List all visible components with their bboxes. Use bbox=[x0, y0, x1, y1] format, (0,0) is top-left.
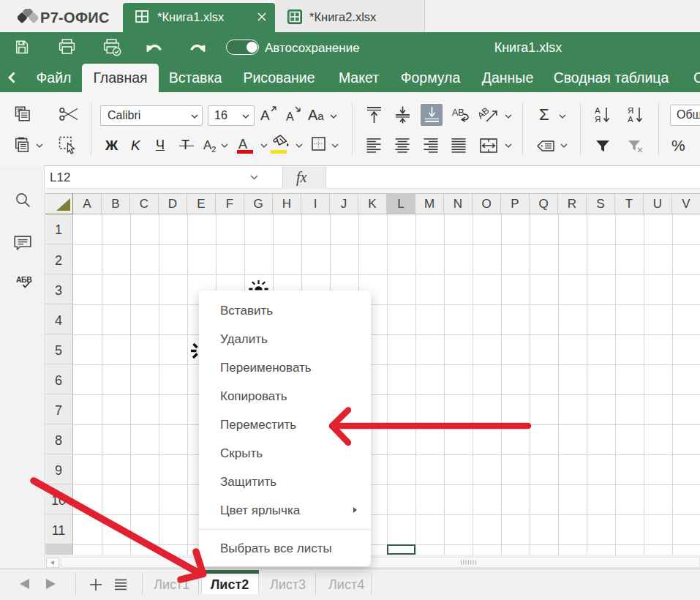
svg-text:AB: AB bbox=[452, 108, 464, 118]
svg-text:А: А bbox=[628, 115, 633, 123]
svg-text:Я: Я bbox=[595, 115, 601, 123]
svg-text:Я: Я bbox=[628, 107, 633, 115]
svg-text:А: А bbox=[595, 107, 601, 115]
